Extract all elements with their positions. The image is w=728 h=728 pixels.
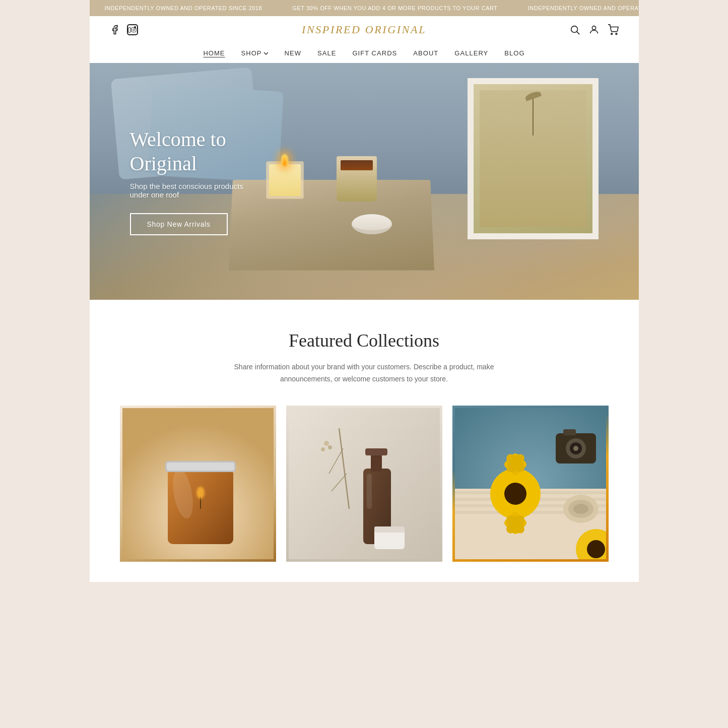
nav-about[interactable]: ABOUT	[413, 49, 438, 57]
svg-point-51	[573, 504, 588, 514]
social-icons	[110, 24, 138, 35]
svg-point-1	[133, 29, 135, 31]
shop-new-arrivals-button[interactable]: Shop New Arrivals	[130, 213, 228, 235]
featured-title: Featured Collections	[110, 330, 619, 351]
dried-flower-decoration	[533, 95, 534, 136]
instagram-icon[interactable]	[127, 24, 138, 35]
facebook-icon[interactable]	[110, 25, 120, 35]
announcement-text-3: INDEPENDENTLY OWNED AND OPERATED SINCE 2…	[513, 5, 639, 11]
svg-rect-48	[563, 429, 576, 435]
announcement-text-1: INDEPENDENTLY OWNED AND OPERATED SINCE 2…	[90, 5, 278, 11]
main-nav: HOME SHOP NEW SALE GIFT CARDS ABOUT GALL…	[90, 43, 639, 63]
search-icon[interactable]	[569, 24, 580, 35]
account-icon[interactable]	[588, 24, 600, 35]
cart-icon[interactable]	[608, 24, 619, 35]
svg-point-6	[611, 33, 612, 35]
svg-point-53	[587, 540, 605, 558]
svg-point-47	[573, 446, 578, 451]
svg-point-3	[571, 26, 577, 33]
svg-rect-12	[167, 462, 234, 471]
svg-point-14	[196, 487, 205, 499]
announcement-bar: INDEPENDENTLY OWNED AND OPERATED SINCE 2…	[90, 0, 639, 16]
hero-title: Welcome to Original	[130, 127, 261, 176]
collections-grid	[110, 406, 619, 562]
svg-rect-25	[367, 474, 372, 509]
hero-subtitle: Shop the best conscious products under o…	[130, 182, 261, 199]
svg-point-20	[328, 445, 332, 449]
nav-blog[interactable]: BLOG	[504, 49, 524, 57]
cozy-items-illustration	[455, 408, 606, 559]
site-logo[interactable]: INSPIRED ORIGINAL	[302, 23, 426, 36]
collection-card-cozy[interactable]	[452, 406, 609, 562]
svg-rect-0	[131, 27, 136, 32]
hero-bowl	[352, 214, 392, 234]
svg-rect-27	[374, 526, 405, 533]
collection-card-spray[interactable]	[286, 406, 442, 562]
svg-line-4	[577, 32, 579, 34]
collection-card-candle[interactable]	[120, 406, 276, 562]
candle-jar-illustration	[122, 408, 274, 559]
svg-rect-24	[365, 448, 387, 455]
hero-mug	[337, 156, 382, 207]
svg-point-21	[321, 447, 325, 451]
hero-frame-art	[468, 78, 599, 239]
nav-home[interactable]: HOME	[203, 49, 225, 57]
hero-section: Welcome to Original Shop the best consci…	[90, 63, 639, 300]
header: INSPIRED ORIGINAL	[90, 16, 639, 43]
featured-collections-section: Featured Collections Share information a…	[90, 300, 639, 582]
nav-gallery[interactable]: GALLERY	[454, 49, 488, 57]
svg-point-19	[324, 441, 329, 446]
header-action-icons	[569, 24, 619, 35]
svg-point-35	[504, 483, 526, 505]
featured-description: Share information about your brand with …	[213, 361, 515, 385]
svg-point-2	[135, 28, 136, 29]
nav-new[interactable]: NEW	[285, 49, 301, 57]
nav-shop[interactable]: SHOP	[241, 49, 269, 57]
svg-point-5	[592, 26, 595, 30]
announcement-text-2: GET 30% OFF WHEN YOU ADD 4 OR MORE PRODU…	[277, 5, 512, 11]
svg-point-7	[616, 33, 617, 35]
nav-sale[interactable]: SALE	[317, 49, 336, 57]
spray-bottle-illustration	[289, 408, 440, 559]
nav-gift-cards[interactable]: GIFT CARDS	[352, 49, 397, 57]
hero-content: Welcome to Original Shop the best consci…	[90, 107, 301, 255]
chevron-down-icon	[263, 52, 269, 55]
